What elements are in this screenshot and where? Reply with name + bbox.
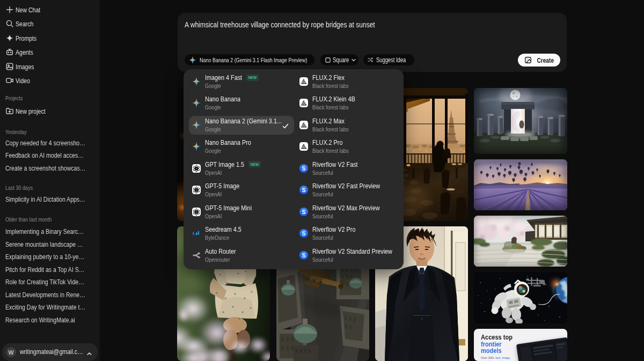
svg-text:S: S: [302, 208, 305, 215]
svg-text:S: S: [302, 230, 305, 237]
svg-text:W: W: [9, 349, 14, 356]
svg-text:S: S: [302, 252, 305, 258]
svg-text:S: S: [302, 165, 305, 171]
svg-text:S: S: [302, 187, 305, 193]
